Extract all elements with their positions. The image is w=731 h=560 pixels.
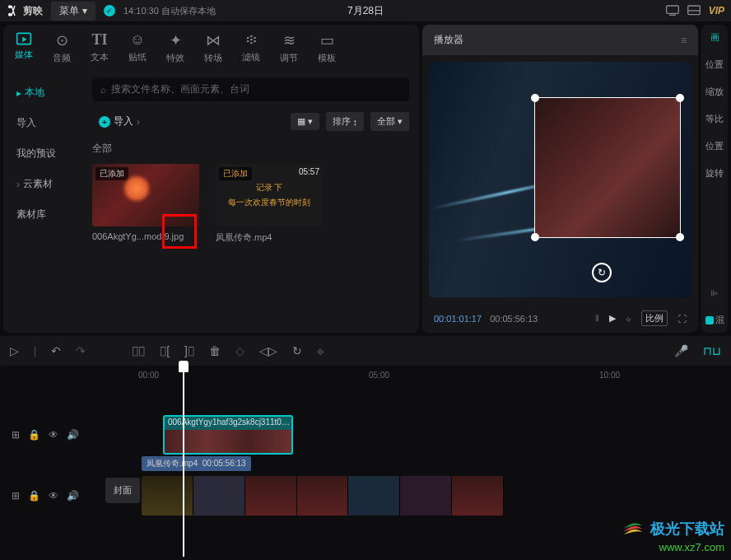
redo-icon[interactable]: ↷ <box>76 344 86 357</box>
eye-icon[interactable]: 👁 <box>49 490 58 502</box>
tab-sticker[interactable]: ☺贴纸 <box>123 30 151 66</box>
add-track-icon[interactable]: ⊞ <box>12 429 20 441</box>
prop-blend[interactable]: 混 <box>715 314 724 326</box>
tab-audio[interactable]: ⊙音频 <box>48 30 76 66</box>
sidebar-item-import[interactable]: 导入 <box>3 108 82 138</box>
delete-icon[interactable]: 🗑 <box>209 344 221 357</box>
sidebar-item-local[interactable]: ▸本地 <box>3 77 82 108</box>
lock-icon[interactable]: 🔒 <box>28 429 40 441</box>
eye-icon[interactable]: 👁 <box>49 429 58 441</box>
grid-icon: ▦ <box>297 116 305 127</box>
resize-handle[interactable] <box>531 94 539 102</box>
filter-all-button[interactable]: 全部 ▾ <box>370 112 409 131</box>
menu-button[interactable]: 菜单 ▾ <box>51 2 95 21</box>
current-timecode: 00:01:01:17 <box>434 314 482 324</box>
sidebar-item-library[interactable]: 素材库 <box>3 199 82 230</box>
tag-icon[interactable]: ◇ <box>235 344 244 357</box>
title-bar: 剪映 菜单 ▾ ✓ 14:10:30 自动保存本地 7月28日 VIP <box>0 0 731 21</box>
svg-rect-0 <box>666 6 678 13</box>
import-button[interactable]: + 导入 › <box>92 111 147 132</box>
rotate-handle[interactable]: ↻ <box>592 263 612 282</box>
tab-effects[interactable]: ✦特效 <box>161 30 189 66</box>
player-panel: 播放器 ≡ ↻ 00:01:01:17 00:05:56:13 ⦀ ▶ ⟐ <box>422 25 698 333</box>
crop-tool-icon[interactable]: ⟐ <box>317 344 324 357</box>
trim-left-icon[interactable]: ⌷[ <box>160 344 170 357</box>
media-filename: 凤凰传奇.mp4 <box>216 231 323 244</box>
mute-icon[interactable]: 🔊 <box>67 429 79 441</box>
ratio-button[interactable]: 比例 <box>641 310 668 326</box>
tab-transition[interactable]: ⋈转场 <box>199 30 227 66</box>
select-tool-icon[interactable]: ▷ <box>10 344 19 357</box>
align-icon[interactable]: ⊫ <box>710 288 719 299</box>
fullscreen-icon[interactable]: ⛶ <box>677 314 687 324</box>
mute-icon[interactable]: 🔊 <box>67 490 79 502</box>
media-filename: 006AkgtYg...mod·9.jpg <box>92 231 199 241</box>
rotate-icon[interactable]: ↻ <box>292 344 302 357</box>
undo-icon[interactable]: ↶ <box>51 344 61 357</box>
tab-template[interactable]: ▭模板 <box>313 30 341 66</box>
grid-view-button[interactable]: ▦▾ <box>291 113 319 130</box>
transform-box[interactable] <box>534 97 682 239</box>
magnet-icon[interactable]: ⊓⊔ <box>703 344 721 357</box>
app-name: 剪映 <box>23 4 43 18</box>
playhead[interactable] <box>183 367 184 557</box>
prop-position[interactable]: 位置 <box>705 58 724 71</box>
player-header: 播放器 ≡ <box>422 25 698 55</box>
prop-rotation[interactable]: 旋转 <box>705 167 724 180</box>
ruler-tick: 10:00 <box>599 371 620 380</box>
scissors-icon <box>7 4 20 17</box>
player-controls: 00:01:01:17 00:05:56:13 ⦀ ▶ ⟐ 比例 ⛶ <box>422 304 698 333</box>
player-viewport[interactable]: ↻ <box>429 62 691 297</box>
media-sidebar: ▸本地 导入 我的预设 ›云素材 素材库 <box>3 71 82 333</box>
duration-badge: 05:57 <box>299 167 319 176</box>
chevron-right-icon: › <box>137 116 140 128</box>
split-icon[interactable]: ⌷⌷ <box>132 344 145 357</box>
crop-icon[interactable]: ⟐ <box>626 314 631 324</box>
prev-frame-icon[interactable]: ⦀ <box>595 313 599 324</box>
sync-check-icon: ✓ <box>104 5 115 16</box>
adjust-icon: ≋ <box>283 31 296 49</box>
track-row: ⊞ 🔒 👁 🔊 封面 凤凰传奇.mp4 00:05:56:13 <box>0 471 731 520</box>
sticker-icon: ☺ <box>130 31 145 49</box>
tab-adjust[interactable]: ≋调节 <box>275 30 303 66</box>
search-placeholder: 搜索文件名称、画面元素、台词 <box>111 82 249 96</box>
sidebar-item-cloud[interactable]: ›云素材 <box>3 169 82 199</box>
media-icon <box>16 31 32 46</box>
cover-button[interactable]: 封面 <box>105 478 140 503</box>
search-input[interactable]: ⌕ 搜索文件名称、画面元素、台词 <box>92 77 409 101</box>
player-menu-icon[interactable]: ≡ <box>681 35 687 46</box>
vip-badge[interactable]: VIP <box>709 5 724 16</box>
timeline-clip[interactable] <box>142 476 504 516</box>
transition-icon: ⋈ <box>206 31 221 49</box>
menu-label: 菜单 <box>59 4 79 18</box>
prop-aspect[interactable]: 等比 <box>705 113 724 125</box>
trim-right-icon[interactable]: ]⌷ <box>184 344 194 357</box>
props-tab[interactable]: 画 <box>710 31 719 44</box>
add-track-icon[interactable]: ⊞ <box>12 490 20 502</box>
media-item[interactable]: 已添加 05:57 记录 下 每一次欢度春节的时刻 凤凰传奇.mp4 <box>216 164 323 244</box>
added-tag: 已添加 <box>95 167 128 180</box>
text-icon: TI <box>91 31 107 49</box>
sidebar-item-presets[interactable]: 我的预设 <box>3 138 82 169</box>
effects-icon: ✦ <box>170 31 182 49</box>
tool-tabs: 媒体 ⊙音频 TI文本 ☺贴纸 ✦特效 ⋈转场 ፨滤镜 ≋调节 ▭模板 <box>3 25 419 71</box>
mic-icon[interactable]: 🎤 <box>674 344 688 357</box>
layout-icon[interactable] <box>687 5 701 16</box>
timeline-panel: ▷ | ↶ ↷ ⌷⌷ ⌷[ ]⌷ 🗑 ◇ ◁▷ ↻ ⟐ 🎤 ⊓⊔ 00:00 0… <box>0 336 731 555</box>
template-icon: ▭ <box>320 31 334 49</box>
prop-position2[interactable]: 位置 <box>705 140 724 152</box>
play-icon[interactable]: ▶ <box>609 313 616 324</box>
added-tag: 已添加 <box>219 167 252 180</box>
tab-text[interactable]: TI文本 <box>86 30 114 66</box>
tab-media[interactable]: 媒体 <box>10 30 38 66</box>
timeline-ruler[interactable]: 00:00 05:00 10:00 <box>99 366 731 385</box>
sort-button[interactable]: 排序 ↕ <box>326 112 365 131</box>
media-item[interactable]: 已添加 006AkgtYg...mod·9.jpg <box>92 164 199 244</box>
lock-icon[interactable]: 🔒 <box>28 490 40 502</box>
plus-icon: + <box>99 116 110 128</box>
mirror-icon[interactable]: ◁▷ <box>259 344 277 357</box>
prop-scale[interactable]: 缩放 <box>705 86 724 98</box>
keyboard-icon[interactable] <box>666 5 679 16</box>
ruler-tick: 05:00 <box>369 371 389 380</box>
tab-filter[interactable]: ፨滤镜 <box>237 30 265 66</box>
